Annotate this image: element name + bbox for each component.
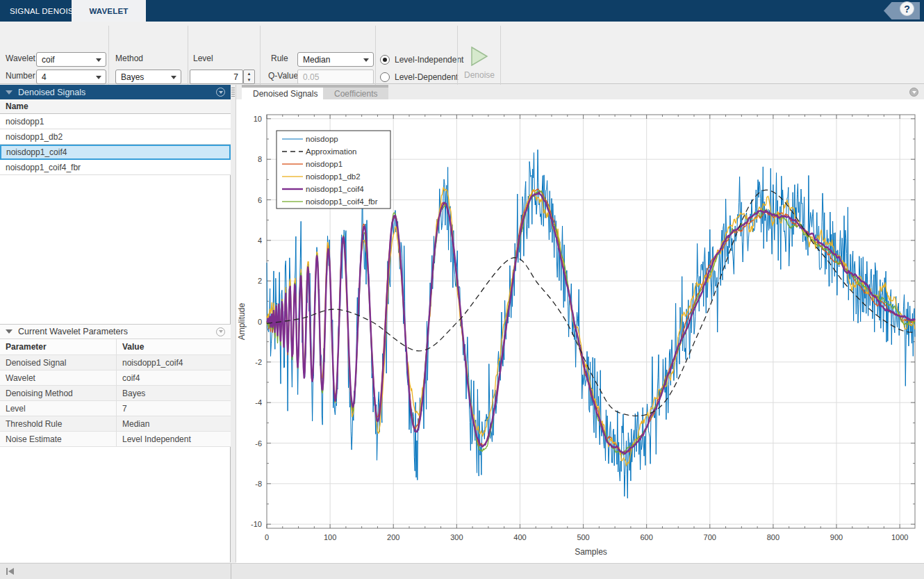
table-row: Noise EstimateLevel Independent — [0, 432, 231, 447]
wavelet-parameters-panel-header[interactable]: Current Wavelet Parameters — [0, 324, 231, 339]
legend[interactable]: noisdoppApproximationnoisdopp1noisdopp1_… — [277, 131, 390, 209]
signal-list-item[interactable]: noisdopp1 — [0, 114, 231, 129]
collapse-triangle-icon[interactable] — [6, 329, 13, 334]
collapse-triangle-icon[interactable] — [6, 90, 13, 95]
chart-canvas[interactable]: 01002003004005006007008009001000-10-8-6-… — [236, 99, 924, 579]
rule-dropdown-value: Median — [303, 55, 330, 65]
table-cell: Noise Estimate — [0, 432, 117, 446]
method-label: Method — [115, 54, 143, 63]
svg-text:-4: -4 — [255, 398, 262, 407]
table-cell: Median — [117, 416, 231, 431]
signal-list-item[interactable]: noisdopp1_db2 — [0, 129, 231, 145]
parameters-table: ParameterValueDenoised Signalnoisdopp1_c… — [0, 339, 231, 447]
signal-list-item[interactable]: noisdopp1_coif4 — [0, 145, 231, 160]
table-cell: Level — [0, 401, 117, 416]
panel-divider[interactable] — [231, 85, 236, 562]
spinner-up-icon[interactable]: ▲ — [244, 70, 254, 77]
table-row: Waveletcoif4 — [0, 370, 231, 386]
chevron-down-icon — [96, 76, 101, 79]
legend-entry-label: Approximation — [306, 147, 357, 156]
radio-unselected-icon[interactable] — [380, 72, 390, 82]
denoise-button[interactable]: Denoise — [459, 47, 500, 90]
number-dropdown-value: 4 — [42, 72, 47, 82]
spinner-down-icon[interactable]: ▼ — [244, 77, 254, 84]
denoised-signals-panel-title: Denoised Signals — [18, 88, 211, 97]
number-label: Number — [6, 71, 35, 81]
svg-text:0: 0 — [265, 533, 269, 541]
footer-divider — [231, 564, 231, 579]
radio-selected-icon[interactable] — [380, 55, 390, 65]
plot-tab-coefficients[interactable]: Coefficients — [323, 85, 388, 99]
svg-text:500: 500 — [577, 533, 589, 541]
svg-text:4: 4 — [258, 236, 262, 245]
plot-tab-bar: Denoised Signals Coefficients — [236, 85, 924, 99]
svg-text:900: 900 — [830, 533, 843, 541]
parameters-table-header: ParameterValue — [0, 339, 231, 355]
number-dropdown[interactable]: 4 — [36, 70, 106, 84]
method-dropdown[interactable]: Bayes — [115, 70, 181, 84]
q-value-label: Q-Value — [268, 71, 298, 81]
tab-wavelet[interactable]: WAVELET — [72, 0, 146, 22]
plot-panel-menu-icon[interactable] — [909, 88, 918, 97]
svg-text:-10: -10 — [251, 520, 262, 528]
play-icon — [470, 47, 488, 66]
radio-level-dependent[interactable]: Level-Dependent — [380, 72, 458, 82]
table-cell: Level Independent — [117, 432, 231, 446]
series-noisdopp1_coif4 — [267, 193, 915, 455]
wavelet-label: Wavelet — [6, 54, 35, 63]
radio-level-independent[interactable]: Level-Independent — [380, 55, 463, 65]
signals-column-header[interactable]: Name — [0, 99, 231, 114]
svg-text:700: 700 — [704, 533, 716, 541]
legend-entry-label: noisdopp1 — [306, 160, 343, 168]
level-label: Level — [193, 54, 213, 63]
level-spinner-buttons[interactable]: ▲ ▼ — [243, 70, 255, 84]
table-cell: noisdopp1_coif4 — [117, 355, 231, 370]
wavelet-dropdown[interactable]: coif — [36, 52, 106, 67]
table-row: Threshold RuleMedian — [0, 416, 231, 432]
denoised-signals-panel-header[interactable]: Denoised Signals — [0, 85, 231, 99]
radio-level-independent-label: Level-Independent — [395, 55, 463, 65]
table-cell: Denoised Signal — [0, 355, 117, 370]
chevron-down-icon — [363, 58, 369, 62]
q-value-input: 0.05 — [297, 70, 374, 84]
chevron-down-icon — [171, 76, 176, 79]
drag-grip-icon — [231, 88, 235, 97]
svg-text:300: 300 — [450, 533, 463, 541]
panel-menu-icon[interactable] — [216, 88, 225, 97]
signal-list-item[interactable]: noisdopp1_coif4_fbr — [0, 160, 231, 175]
column-header: Parameter — [0, 339, 117, 354]
plot-area: 01002003004005006007008009001000-10-8-6-… — [236, 99, 924, 579]
table-row: Denoising MethodBayes — [0, 386, 231, 401]
collapse-panel-left-icon[interactable] — [6, 567, 15, 576]
svg-text:2: 2 — [258, 277, 262, 285]
toolstrip: Wavelet coif Number 4 WAVELET Method Bay… — [0, 22, 924, 84]
panel-menu-icon[interactable] — [216, 327, 225, 336]
table-cell: Wavelet — [0, 370, 117, 385]
plot-tab-denoised-signals[interactable]: Denoised Signals — [242, 85, 329, 99]
rule-dropdown[interactable]: Median — [297, 52, 374, 67]
wavelet-dropdown-value: coif — [42, 55, 55, 65]
column-header: Value — [117, 339, 231, 354]
table-cell: Denoising Method — [0, 386, 117, 400]
wavelet-parameters-panel-title: Current Wavelet Parameters — [18, 327, 211, 336]
app-tab-bar: SIGNAL DENOISER WAVELET ? — [0, 0, 924, 22]
level-input[interactable]: 7 — [190, 70, 243, 84]
svg-text:1000: 1000 — [891, 533, 908, 541]
svg-text:0: 0 — [258, 318, 262, 326]
table-row: Denoised Signalnoisdopp1_coif4 — [0, 355, 231, 370]
legend-entry-label: noisdopp — [306, 135, 338, 143]
left-panel: Denoised Signals Name noisdopp1noisdopp1… — [0, 85, 231, 562]
table-cell: 7 — [117, 401, 231, 416]
legend-entry-label: noisdopp1_coif4 — [306, 185, 364, 193]
table-row: Level7 — [0, 401, 231, 416]
chevron-down-icon — [96, 58, 101, 62]
rule-label: Rule — [271, 54, 288, 63]
denoise-button-label: Denoise — [464, 70, 495, 80]
svg-text:-6: -6 — [255, 439, 262, 448]
status-bar — [0, 563, 924, 579]
help-button[interactable]: ? — [900, 1, 914, 16]
svg-text:200: 200 — [387, 533, 399, 541]
wavelet-signal-denoiser-app: { "window": { "tabs": [ {"label": "SIGNA… — [0, 0, 924, 579]
table-cell: coif4 — [117, 370, 231, 385]
svg-text:10: 10 — [254, 115, 262, 123]
